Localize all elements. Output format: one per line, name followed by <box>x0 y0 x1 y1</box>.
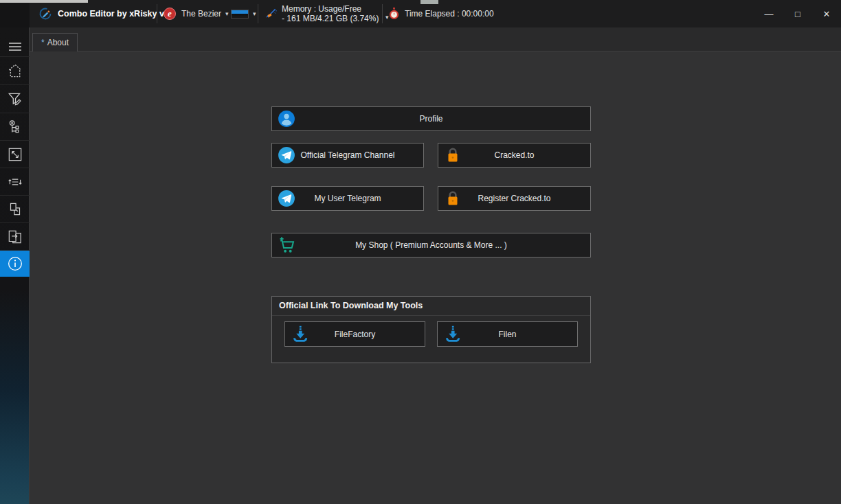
about-page: Profile Official Telegram Channel <box>30 52 841 504</box>
titlebar-corner <box>0 0 30 27</box>
sidebar-item-filter[interactable] <box>0 85 30 113</box>
tab-label: About <box>47 38 69 47</box>
titlebar-separator <box>382 4 383 23</box>
sidebar-item-resize[interactable] <box>0 141 30 168</box>
home-icon <box>6 62 24 80</box>
tab-modified-marker: * <box>41 38 45 47</box>
color-swatch-selector[interactable]: ▾ <box>231 0 256 27</box>
profile-button[interactable]: Profile <box>271 106 591 131</box>
tab-about[interactable]: * About <box>32 33 78 51</box>
sidebar-item-export[interactable] <box>0 223 30 251</box>
filen-label: Filen <box>498 330 516 339</box>
download-tools-group: Official Link To Download My Tools FileF… <box>271 296 591 363</box>
download-icon <box>291 325 310 344</box>
export-docs-icon <box>6 228 24 246</box>
background-window-sliver <box>420 0 438 4</box>
titlebar-separator <box>157 4 157 23</box>
time-elapsed: Time Elapsed : 00:00:00 <box>388 0 494 27</box>
merge-doc-icon <box>6 201 24 218</box>
download-icon <box>443 325 462 344</box>
telegram-icon <box>278 146 295 164</box>
group-divider <box>272 315 590 316</box>
sidebar <box>0 27 30 504</box>
sidebar-item-split[interactable] <box>0 196 30 223</box>
close-button[interactable]: ✕ <box>812 0 841 27</box>
theme-label: The Bezier <box>181 9 221 19</box>
cracked-label: Cracked.to <box>494 150 534 160</box>
color-swatch <box>231 10 249 19</box>
scale-arrows-icon <box>6 146 24 163</box>
telegram-channel-button[interactable]: Official Telegram Channel <box>271 143 424 168</box>
tab-strip: * About <box>30 27 841 51</box>
filen-button[interactable]: Filen <box>437 321 578 347</box>
sidebar-item-about[interactable] <box>0 251 30 277</box>
telegram-icon <box>278 190 295 207</box>
time-elapsed-label: Time Elapsed : 00:00:00 <box>405 9 494 19</box>
lock-icon <box>444 190 462 207</box>
register-cracked-label: Register Cracked.to <box>478 194 550 203</box>
memory-line2: - 161 MB/4.21 GB (3.74%) <box>282 14 379 23</box>
my-shop-button[interactable]: My Shop ( Premium Accounts & More ... ) <box>271 233 591 257</box>
window-controls: — □ ✕ <box>754 0 841 27</box>
minimize-button[interactable]: — <box>754 0 783 27</box>
background-window-sliver <box>0 0 88 3</box>
cracked-button[interactable]: Cracked.to <box>438 143 591 168</box>
memory-line1: Memory : Usage/Free <box>282 4 379 14</box>
loop-list-icon <box>6 173 24 191</box>
titlebar[interactable]: Combo Editor by xRisky v2 e The Bezier ▾… <box>0 0 841 27</box>
titlebar-separator <box>258 4 258 23</box>
filefactory-label: FileFactory <box>335 330 375 339</box>
memory-status[interactable]: Memory : Usage/Free - 161 MB/4.21 GB (3.… <box>264 0 379 27</box>
register-cracked-button[interactable]: Register Cracked.to <box>438 186 591 211</box>
sidebar-item-reorder[interactable] <box>0 168 30 196</box>
my-shop-label: My Shop ( Premium Accounts & More ... ) <box>355 240 507 250</box>
app-title: Combo Editor by xRisky v2 <box>58 9 169 19</box>
menu-icon <box>7 38 23 55</box>
broom-icon <box>264 7 278 21</box>
filter-edit-icon <box>6 90 24 108</box>
telegram-channel-label: Official Telegram Channel <box>301 150 395 160</box>
app-window: Combo Editor by xRisky v2 e The Bezier ▾… <box>0 0 841 504</box>
content-area: * About Profile <box>30 27 841 504</box>
my-user-telegram-button[interactable]: My User Telegram <box>271 186 424 211</box>
download-group-title: Official Link To Download My Tools <box>279 301 423 310</box>
my-user-telegram-label: My User Telegram <box>314 194 381 203</box>
stopwatch-icon <box>388 8 400 20</box>
theme-selector[interactable]: e The Bezier ▾ <box>164 0 229 27</box>
lock-icon <box>444 146 462 164</box>
sidebar-item-home[interactable] <box>0 57 30 84</box>
bezier-theme-icon: e <box>164 8 176 20</box>
info-icon <box>6 255 24 273</box>
cart-plus-icon <box>278 236 297 255</box>
app-title-group: Combo Editor by xRisky v2 <box>38 0 169 27</box>
chevron-down-icon: ▾ <box>225 10 229 17</box>
maximize-button[interactable]: □ <box>783 0 812 27</box>
profile-avatar-icon <box>278 110 295 128</box>
filefactory-button[interactable]: FileFactory <box>284 321 425 347</box>
sidebar-item-combos[interactable] <box>0 113 30 141</box>
chevron-down-icon: ▾ <box>253 10 256 17</box>
app-pencil-icon <box>38 7 52 21</box>
tree-add-icon <box>6 118 24 136</box>
profile-button-label: Profile <box>419 114 442 124</box>
